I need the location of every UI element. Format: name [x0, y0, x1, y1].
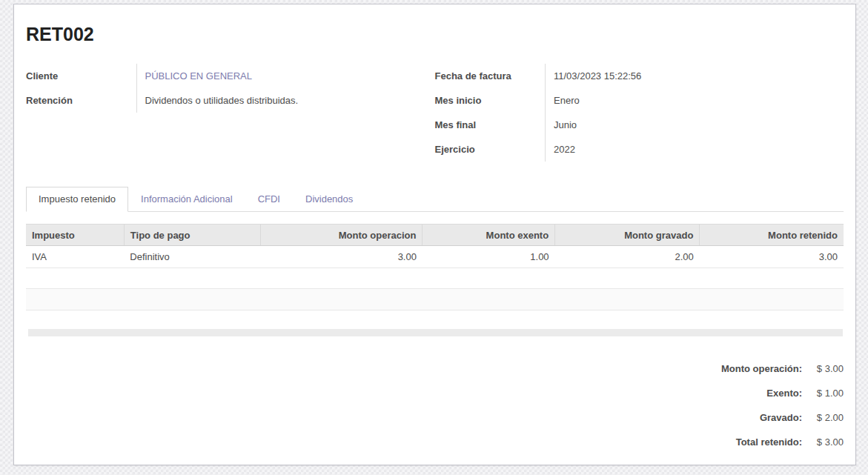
- fecha-factura-value: 11/03/2023 15:22:56: [546, 64, 844, 88]
- table-horizontal-scrollbar[interactable]: [28, 329, 843, 336]
- mes-final-label: Mes final: [435, 113, 546, 137]
- field-group-right: Fecha de factura 11/03/2023 15:22:56 Mes…: [435, 64, 844, 162]
- column-header-monto-operacion[interactable]: Monto operacion: [261, 225, 423, 246]
- page-title: RET002: [26, 24, 844, 45]
- ejercicio-value: 2022: [546, 137, 844, 162]
- field-row-mes-inicio: Mes inicio Enero: [435, 88, 844, 113]
- totals-section: Monto operación: $ 3.00 Exento: $ 1.00 G…: [26, 356, 844, 454]
- field-groups: Cliente PÚBLICO EN GENERAL Retención Div…: [26, 64, 844, 162]
- column-header-tipo-de-pago[interactable]: Tipo de pago: [124, 225, 260, 246]
- cell-monto-exento: 1.00: [423, 246, 555, 268]
- fecha-factura-label: Fecha de factura: [435, 64, 546, 88]
- field-row-mes-final: Mes final Junio: [435, 113, 844, 137]
- retencion-value: Dividendos o utilidades distribuidas.: [136, 88, 435, 113]
- cell-monto-gravado: 2.00: [555, 246, 700, 268]
- field-row-ejercicio: Ejercicio 2022: [435, 137, 844, 162]
- field-row-retencion: Retención Dividendos o utilidades distri…: [26, 88, 435, 113]
- total-row-total-retenido: Total retenido: $ 3.00: [26, 430, 844, 454]
- total-gravado-value: $ 2.00: [802, 412, 844, 423]
- column-header-monto-gravado[interactable]: Monto gravado: [555, 225, 700, 246]
- ejercicio-label: Ejercicio: [435, 137, 546, 162]
- column-header-monto-retenido[interactable]: Monto retenido: [700, 225, 844, 246]
- column-header-monto-exento[interactable]: Monto exento: [423, 225, 555, 246]
- field-group-left: Cliente PÚBLICO EN GENERAL Retención Div…: [26, 64, 435, 113]
- total-row-exento: Exento: $ 1.00: [26, 381, 844, 405]
- notebook-tabs: Impuesto retenido Información Adicional …: [26, 187, 844, 212]
- retencion-label: Retención: [26, 88, 136, 113]
- cell-monto-retenido: 3.00: [700, 246, 844, 268]
- tab-cfdi[interactable]: CFDI: [245, 187, 293, 212]
- tab-impuesto-retenido[interactable]: Impuesto retenido: [26, 187, 128, 212]
- impuesto-retenido-table: Impuesto Tipo de pago Monto operacion Mo…: [26, 224, 844, 310]
- total-monto-operacion-value: $ 3.00: [802, 363, 844, 374]
- tab-informacion-adicional[interactable]: Información Adicional: [128, 187, 245, 212]
- total-retenido-value: $ 3.00: [802, 436, 844, 448]
- total-monto-operacion-label: Monto operación:: [721, 363, 802, 374]
- table-row[interactable]: IVA Definitivo 3.00 1.00 2.00 3.00: [26, 246, 844, 268]
- mes-inicio-value: Enero: [546, 88, 844, 113]
- total-exento-label: Exento:: [766, 388, 802, 399]
- cliente-value-link[interactable]: PÚBLICO EN GENERAL: [136, 64, 435, 88]
- tab-dividendos[interactable]: Dividendos: [293, 187, 365, 212]
- total-gravado-label: Gravado:: [760, 412, 802, 423]
- cliente-label: Cliente: [26, 64, 136, 88]
- total-row-gravado: Gravado: $ 2.00: [26, 405, 844, 430]
- mes-final-value: Junio: [546, 113, 844, 137]
- cell-monto-operacion: 3.00: [261, 246, 423, 268]
- field-row-fecha-factura: Fecha de factura 11/03/2023 15:22:56: [435, 64, 844, 88]
- cell-impuesto: IVA: [26, 246, 124, 268]
- empty-row: [26, 268, 844, 289]
- document-sheet: RET002 Cliente PÚBLICO EN GENERAL Retenc…: [13, 4, 856, 465]
- column-header-impuesto[interactable]: Impuesto: [26, 225, 124, 246]
- total-row-monto-operacion: Monto operación: $ 3.00: [26, 356, 844, 381]
- total-exento-value: $ 1.00: [802, 388, 844, 399]
- total-retenido-label: Total retenido:: [736, 436, 802, 448]
- empty-row-striped: [26, 289, 844, 310]
- mes-inicio-label: Mes inicio: [435, 88, 546, 113]
- cell-tipo-de-pago: Definitivo: [124, 246, 260, 268]
- field-row-cliente: Cliente PÚBLICO EN GENERAL: [26, 64, 435, 88]
- table-header-row: Impuesto Tipo de pago Monto operacion Mo…: [26, 225, 844, 246]
